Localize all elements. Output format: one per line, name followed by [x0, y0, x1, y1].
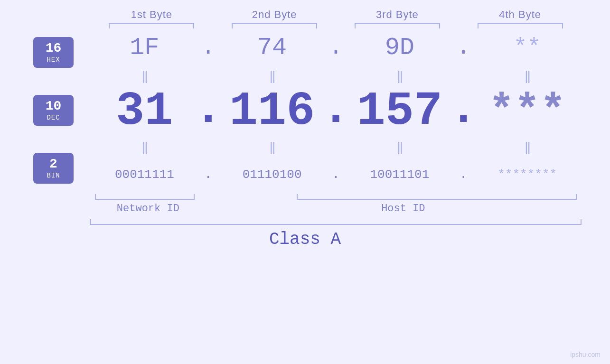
bin-byte2: 01110100: [243, 168, 302, 182]
hex-byte4: **: [514, 35, 541, 60]
dot-bin-2: .: [332, 167, 340, 182]
network-bracket: [95, 194, 195, 200]
byte1-header: 1st Byte: [90, 9, 213, 21]
bin-base-label: BIN: [47, 172, 60, 179]
bin-badge: 2 BIN: [33, 153, 74, 184]
bin-byte4: ********: [497, 168, 557, 182]
equals-dec-3: ||: [397, 140, 403, 154]
dec-base-label: DEC: [47, 114, 60, 121]
dec-base-number: 10: [46, 99, 62, 114]
equals-hex-3: ||: [397, 69, 403, 83]
byte3-header: 3rd Byte: [336, 9, 459, 21]
class-label: Class A: [28, 230, 582, 249]
dot-hex-1: .: [201, 35, 215, 60]
dec-byte4: ***: [489, 87, 566, 136]
bin-byte1: 00011111: [115, 168, 174, 182]
dec-badge: 10 DEC: [33, 95, 74, 126]
dec-byte2: 116: [229, 88, 315, 135]
hex-byte1: 1F: [130, 34, 159, 62]
dec-byte3: 157: [357, 88, 442, 135]
bin-base-number: 2: [49, 157, 57, 172]
bracket-top-3: [336, 23, 459, 28]
dot-hex-3: .: [457, 35, 470, 60]
host-id-label: Host ID: [230, 203, 577, 215]
host-bracket: [297, 194, 577, 200]
equals-dec-1: ||: [142, 140, 147, 154]
equals-dec-2: ||: [270, 140, 275, 154]
hex-byte3: 9D: [385, 34, 414, 62]
dot-bin-3: .: [460, 167, 468, 182]
byte4-header: 4th Byte: [459, 9, 582, 21]
watermark: ipshu.com: [570, 351, 601, 358]
dot-hex-2: .: [329, 35, 343, 60]
hex-base-label: HEX: [47, 56, 60, 64]
bracket-top-4: [459, 23, 582, 28]
equals-hex-1: ||: [142, 69, 147, 83]
equals-dec-4: ||: [525, 140, 530, 154]
hex-byte2: 74: [257, 34, 287, 62]
hex-base-number: 16: [46, 41, 62, 56]
bracket-top-2: [213, 23, 336, 28]
network-id-label: Network ID: [90, 203, 206, 215]
bin-byte3: 10011101: [370, 168, 429, 182]
dot-bin-1: .: [204, 167, 212, 182]
hex-badge: 16 HEX: [33, 37, 74, 68]
bracket-top-1: [90, 23, 213, 28]
byte2-header: 2nd Byte: [213, 9, 336, 21]
dec-byte1: 31: [116, 88, 173, 135]
full-bracket: [90, 219, 582, 225]
equals-hex-2: ||: [270, 69, 275, 83]
equals-hex-4: ||: [525, 69, 530, 83]
